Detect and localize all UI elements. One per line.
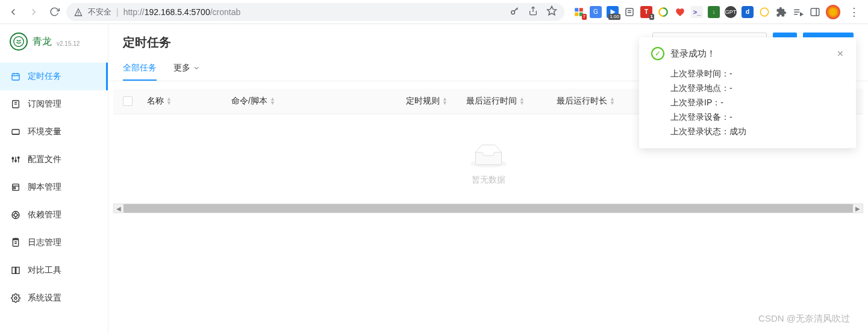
select-all-checkbox[interactable] [123,96,133,106]
col-header-name[interactable]: 名称▲▼ [147,96,231,107]
address-bar[interactable]: 不安全 | http://192.168.5.4:5700/crontab [66,3,564,21]
sidebar-item-scripts[interactable]: 脚本管理 [0,173,108,201]
profile-avatar[interactable] [826,5,840,19]
sidebar: 青龙 v2.15.12 定时任务 订阅管理 环境变量 配置文件 脚本管理 依赖管… [0,24,108,333]
login-notification: ✓ 登录成功！ ✕ 上次登录时间：- 上次登录地点：- 上次登录IP：- 上次登… [639,37,856,148]
extension-icon[interactable] [674,6,686,18]
extension-icon[interactable]: G [590,6,602,18]
col-header-last-run[interactable]: 最后运行时间▲▼ [466,96,557,107]
page-title: 定时任务 [123,34,171,51]
notif-value: - [729,66,732,81]
sidebar-item-config[interactable]: 配置文件 [0,146,108,173]
col-header-duration[interactable]: 最后运行时长▲▼ [557,96,617,107]
svg-rect-20 [12,73,19,80]
svg-rect-37 [14,187,16,189]
sort-icon: ▲▼ [166,97,172,105]
col-header-rule[interactable]: 定时规则▲▼ [406,96,466,107]
insecure-icon [73,7,83,17]
extension-icon[interactable] [623,6,635,18]
sidebar-item-label: 订阅管理 [28,99,61,110]
app-name: 青龙 [33,36,52,48]
url-text: http://192.168.5.4:5700/crontab [123,7,241,17]
playlist-icon[interactable] [792,6,804,18]
empty-text: 暂无数据 [472,175,505,185]
notif-label: 上次登录地点： [670,81,729,95]
kebab-menu-icon[interactable]: ⋮ [845,5,863,19]
sidebar-item-label: 对比工具 [28,265,61,276]
notif-label: 上次登录时间： [670,66,729,81]
subscription-icon [11,99,20,109]
svg-rect-4 [579,8,583,11]
svg-point-12 [760,8,769,16]
svg-rect-49 [16,267,19,274]
sort-icon: ▲▼ [270,97,275,105]
svg-point-39 [14,213,17,216]
sort-icon: ▲▼ [610,97,615,105]
sidebar-item-subscription[interactable]: 订阅管理 [0,90,108,118]
browser-toolbar: 不安全 | http://192.168.5.4:5700/crontab 7 … [0,0,868,24]
sidebar-item-env[interactable]: 环境变量 [0,118,108,146]
scroll-thumb[interactable] [123,204,853,213]
extension-icon[interactable]: d [742,6,754,18]
sidebar-item-label: 环境变量 [28,126,61,137]
notif-value: - [720,95,723,110]
sidebar-item-label: 定时任务 [28,71,61,82]
side-panel-icon[interactable] [809,6,821,18]
svg-point-50 [14,297,17,299]
extensions-puzzle-icon[interactable] [775,6,787,18]
empty-icon [470,145,507,169]
back-button[interactable] [5,4,22,20]
svg-point-19 [14,37,24,47]
extension-icon[interactable] [657,6,669,18]
extension-icon[interactable]: T1 [640,6,652,18]
sidebar-item-logs[interactable]: 日志管理 [0,229,108,257]
notif-value: - [729,81,732,95]
sidebar-item-settings[interactable]: 系统设置 [0,284,108,312]
horizontal-scrollbar[interactable]: ◀ ▶ [113,204,863,213]
watermark: CSDN @无奈清风吹过 [758,313,850,325]
notification-title: 登录成功！ [670,48,716,60]
sidebar-item-label: 依赖管理 [28,210,61,220]
svg-marker-16 [801,13,803,16]
svg-rect-27 [12,129,19,134]
scroll-right-icon[interactable]: ▶ [853,205,863,212]
notif-label: 上次登录设备： [670,110,729,124]
env-icon [11,127,20,137]
sidebar-item-deps[interactable]: 依赖管理 [0,201,108,229]
extension-icon[interactable] [758,6,770,18]
extension-icon[interactable]: ↓ [708,6,720,18]
close-icon[interactable]: ✕ [837,49,844,58]
key-icon[interactable] [510,6,520,18]
extension-icon[interactable]: 7 [573,6,585,18]
tab-more[interactable]: 更多 [173,58,200,81]
bookmark-star-icon[interactable] [546,5,557,18]
extensions-bar: 7 G 1.00 T1 >_ ↓ GPT d ⋮ [568,5,863,19]
sidebar-item-label: 配置文件 [28,154,61,165]
config-icon [11,155,20,164]
tab-all-tasks[interactable]: 全部任务 [123,58,157,81]
share-icon[interactable] [528,6,538,17]
notif-label: 上次登录状态： [670,124,729,138]
svg-rect-48 [12,267,15,274]
log-icon [11,238,20,247]
security-label: 不安全 [88,7,111,17]
schedule-icon [11,72,20,81]
logo[interactable]: 青龙 v2.15.12 [0,24,108,59]
svg-point-0 [511,10,515,14]
script-icon [11,182,20,192]
svg-marker-2 [548,7,557,15]
sort-icon: ▲▼ [442,97,448,105]
deps-icon [11,210,20,220]
sidebar-item-diff[interactable]: 对比工具 [0,257,108,284]
col-header-command[interactable]: 命令/脚本▲▼ [231,96,406,107]
extension-icon[interactable]: GPT [725,6,737,18]
svg-rect-5 [575,12,578,16]
sidebar-item-crontab[interactable]: 定时任务 [0,63,108,90]
reload-button[interactable] [46,4,63,20]
extension-icon[interactable]: >_ [691,6,703,18]
forward-button[interactable] [25,4,42,20]
extension-icon[interactable]: 1.00 [607,6,619,18]
sidebar-item-label: 系统设置 [28,293,61,303]
scroll-left-icon[interactable]: ◀ [114,205,123,212]
svg-rect-17 [811,8,819,16]
